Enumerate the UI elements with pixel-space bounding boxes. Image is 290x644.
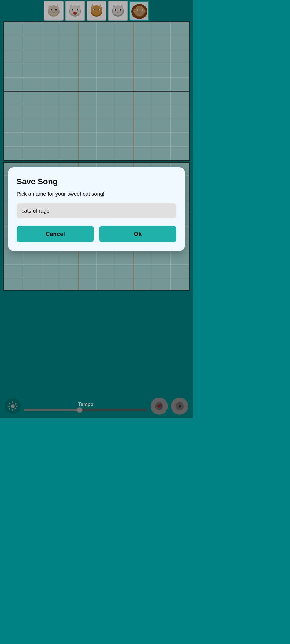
song-name-input[interactable] <box>17 203 176 218</box>
modal-overlay: Save Song Pick a name for your sweet cat… <box>0 0 193 418</box>
ok-button[interactable]: Ok <box>99 226 176 242</box>
modal-title: Save Song <box>17 177 176 186</box>
cancel-button[interactable]: Cancel <box>17 226 94 242</box>
modal-subtitle: Pick a name for your sweet cat song! <box>17 191 176 197</box>
modal-button-group: Cancel Ok <box>17 226 176 242</box>
save-song-modal: Save Song Pick a name for your sweet cat… <box>8 167 185 251</box>
